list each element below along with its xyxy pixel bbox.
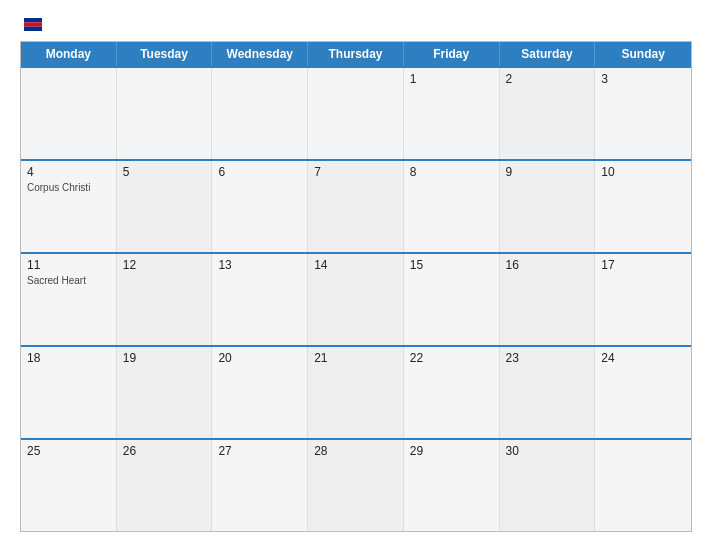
day-number: 23 [506,351,589,365]
svg-rect-0 [24,18,42,22]
day-number: 13 [218,258,301,272]
day-header-friday: Friday [404,42,500,66]
header [20,18,692,31]
svg-rect-2 [24,27,42,31]
day-number: 15 [410,258,493,272]
calendar-cell: 14 [308,254,404,345]
day-number: 25 [27,444,110,458]
calendar-cell [21,68,117,159]
day-header-sunday: Sunday [595,42,691,66]
calendar-cell: 10 [595,161,691,252]
calendar-cell: 3 [595,68,691,159]
calendar-cell: 17 [595,254,691,345]
day-header-wednesday: Wednesday [212,42,308,66]
calendar-cell: 1 [404,68,500,159]
calendar-cell: 20 [212,347,308,438]
calendar-cell [212,68,308,159]
day-number: 28 [314,444,397,458]
calendar-body: 1234Corpus Christi567891011Sacred Heart1… [21,66,691,531]
calendar-cell: 8 [404,161,500,252]
day-number: 3 [601,72,685,86]
calendar-week-5: 252627282930 [21,438,691,531]
calendar-cell [117,68,213,159]
day-header-monday: Monday [21,42,117,66]
day-number: 22 [410,351,493,365]
calendar-cell: 21 [308,347,404,438]
calendar-cell: 12 [117,254,213,345]
calendar-cell: 9 [500,161,596,252]
calendar-cell [595,440,691,531]
day-number: 7 [314,165,397,179]
day-number: 8 [410,165,493,179]
calendar-week-2: 4Corpus Christi5678910 [21,159,691,252]
calendar-cell: 5 [117,161,213,252]
calendar-cell: 25 [21,440,117,531]
calendar-cell: 24 [595,347,691,438]
calendar-cell: 27 [212,440,308,531]
day-number: 4 [27,165,110,179]
day-number: 20 [218,351,301,365]
calendar-header: MondayTuesdayWednesdayThursdayFridaySatu… [21,42,691,66]
day-number: 6 [218,165,301,179]
day-number: 21 [314,351,397,365]
day-number: 24 [601,351,685,365]
day-number: 18 [27,351,110,365]
day-number: 16 [506,258,589,272]
calendar-cell: 2 [500,68,596,159]
calendar-cell: 23 [500,347,596,438]
day-header-thursday: Thursday [308,42,404,66]
calendar-cell: 11Sacred Heart [21,254,117,345]
svg-rect-1 [24,22,42,26]
calendar-cell: 16 [500,254,596,345]
calendar-cell: 6 [212,161,308,252]
day-number: 2 [506,72,589,86]
day-header-tuesday: Tuesday [117,42,213,66]
calendar-cell: 18 [21,347,117,438]
day-event-label: Sacred Heart [27,275,110,286]
day-number: 11 [27,258,110,272]
calendar-grid: MondayTuesdayWednesdayThursdayFridaySatu… [20,41,692,532]
day-number: 9 [506,165,589,179]
day-number: 29 [410,444,493,458]
calendar-page: MondayTuesdayWednesdayThursdayFridaySatu… [0,0,712,550]
day-number: 26 [123,444,206,458]
calendar-cell: 7 [308,161,404,252]
calendar-week-3: 11Sacred Heart121314151617 [21,252,691,345]
day-header-saturday: Saturday [500,42,596,66]
calendar-cell: 26 [117,440,213,531]
calendar-cell: 15 [404,254,500,345]
calendar-week-1: 123 [21,66,691,159]
day-number: 19 [123,351,206,365]
day-number: 5 [123,165,206,179]
calendar-cell: 22 [404,347,500,438]
day-number: 14 [314,258,397,272]
logo [20,18,44,31]
day-number: 27 [218,444,301,458]
calendar-cell [308,68,404,159]
logo-flag-icon [24,18,42,31]
day-number: 12 [123,258,206,272]
calendar-cell: 30 [500,440,596,531]
day-number: 1 [410,72,493,86]
day-number: 17 [601,258,685,272]
calendar-cell: 28 [308,440,404,531]
calendar-cell: 29 [404,440,500,531]
calendar-cell: 19 [117,347,213,438]
calendar-cell: 13 [212,254,308,345]
calendar-cell: 4Corpus Christi [21,161,117,252]
calendar-week-4: 18192021222324 [21,345,691,438]
day-number: 10 [601,165,685,179]
day-event-label: Corpus Christi [27,182,110,193]
day-number: 30 [506,444,589,458]
